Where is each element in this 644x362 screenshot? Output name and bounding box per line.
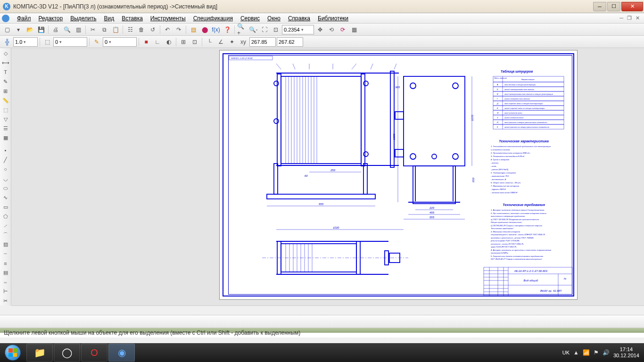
copy-button[interactable]: ⧉ [99, 25, 109, 35]
mdi-restore-button[interactable]: ❐ [626, 15, 633, 21]
polar-button[interactable]: ✦ [227, 37, 237, 47]
task-chrome[interactable]: ◯ [54, 344, 80, 362]
grid2-button[interactable]: ⊞ [178, 37, 189, 47]
menu-window[interactable]: Окно [264, 14, 284, 23]
new-doc-button[interactable]: ▢ [2, 25, 12, 35]
spline-tool[interactable]: ∿ [1, 193, 10, 202]
zoom-in-button[interactable]: 🔍+ [237, 25, 247, 35]
menu-select[interactable]: Выделить [66, 14, 100, 23]
offset-tool[interactable]: ≡ [1, 259, 10, 268]
menu-view[interactable]: Вид [100, 14, 118, 23]
tray-network-icon[interactable]: 📶 [583, 349, 590, 356]
tray-action-icon[interactable]: ⚑ [594, 349, 599, 356]
angle-button[interactable]: ∠ [215, 37, 226, 47]
select-tool[interactable]: ⬚ [1, 106, 10, 115]
start-button[interactable] [0, 343, 25, 362]
close-button[interactable]: ✕ [621, 2, 643, 11]
redo-button[interactable]: ↷ [173, 25, 184, 35]
pan-button[interactable]: ✥ [315, 25, 325, 35]
vars-button[interactable]: f(x) [211, 25, 221, 35]
snap-button[interactable]: ⬤ [199, 25, 210, 35]
menu-file[interactable]: Файл [13, 14, 35, 23]
mdi-close-button[interactable]: ✕ [634, 15, 641, 21]
menu-service[interactable]: Сервис [237, 14, 264, 23]
task-kompas[interactable]: ◉ [108, 344, 135, 362]
line-tool[interactable]: ╱ [1, 156, 10, 165]
paste-button[interactable]: 📋 [110, 25, 121, 35]
preview-button[interactable]: 🔍 [62, 25, 72, 35]
fillet-tool[interactable]: ⌒ [1, 230, 10, 239]
maximize-button[interactable]: ☐ [607, 2, 620, 11]
param-tool[interactable]: ⊞ [1, 87, 10, 96]
table-tool[interactable]: ▤ [1, 268, 10, 277]
hatch-tool[interactable]: ▨ [1, 240, 10, 249]
tray-lang[interactable]: UK [562, 350, 570, 355]
menu-tools[interactable]: Инструменты [147, 14, 190, 23]
new-dd-button[interactable]: ▾ [13, 25, 24, 35]
open-button[interactable]: 📂 [25, 25, 35, 35]
round-button[interactable]: ◐ [164, 37, 174, 47]
views-tool[interactable]: ▦ [1, 133, 10, 142]
geometry-tool[interactable]: ◇ [1, 49, 10, 58]
measure-tool[interactable]: 📏 [1, 96, 10, 105]
style-icon[interactable]: ✎ [91, 37, 102, 47]
zoom-window-button[interactable]: ⛶ [259, 25, 270, 35]
point-tool[interactable]: • [1, 146, 10, 155]
arc-tool[interactable]: ◡ [1, 174, 10, 183]
spec-button[interactable]: ▥ [73, 25, 83, 35]
zoom-prev-button[interactable]: ⟲ [326, 25, 337, 35]
undo-button[interactable]: ↶ [162, 25, 173, 35]
zoom-fit-button[interactable]: ⊡ [271, 25, 281, 35]
save-button[interactable]: 💾 [36, 25, 46, 35]
designation-tool[interactable]: T [1, 68, 10, 77]
menu-insert[interactable]: Вставка [118, 14, 147, 23]
lib-manager-button[interactable]: ▤ [188, 25, 198, 35]
delete-button[interactable]: 🗑 [136, 25, 147, 35]
aux-line-tool[interactable]: ┈ [1, 249, 10, 258]
grid-button[interactable]: ▦ [349, 25, 359, 35]
history-button[interactable]: ↺ [148, 25, 158, 35]
task-opera[interactable]: O [81, 344, 107, 362]
coord-x-input[interactable] [249, 37, 276, 47]
zoom-out-button[interactable]: 🔍- [248, 25, 258, 35]
snap2-button[interactable]: ⊡ [190, 37, 200, 47]
tray-flag-icon[interactable]: ▲ [573, 349, 579, 356]
coord-xy-button[interactable]: xy [238, 37, 248, 47]
task-explorer[interactable]: 📁 [26, 344, 53, 362]
print-button[interactable]: 🖨 [50, 25, 61, 35]
trim-tool[interactable]: ✂ [1, 296, 10, 305]
layer-icon[interactable]: ⬚ [42, 37, 52, 47]
menu-help[interactable]: Справка [284, 14, 314, 23]
horizontal-scrollbar[interactable] [11, 305, 644, 313]
extend-tool[interactable]: ⊢ [1, 287, 10, 296]
stop-button[interactable]: ■ [141, 37, 151, 47]
edit-tool[interactable]: ✎ [1, 77, 10, 86]
cut-button[interactable]: ✂ [88, 25, 98, 35]
refresh-button[interactable]: ⟳ [338, 25, 348, 35]
coord-y-input[interactable] [277, 37, 303, 47]
minimize-button[interactable]: ─ [593, 2, 606, 11]
style-combo[interactable]: 0 [103, 37, 137, 47]
line-width-combo[interactable]: 1.0 [13, 37, 38, 47]
menu-edit[interactable]: Редактор [35, 14, 67, 23]
ellipse-tool[interactable]: ⬭ [1, 184, 10, 193]
layer-combo[interactable]: 0 [53, 37, 87, 47]
lcs-button[interactable]: └ [204, 37, 215, 47]
mdi-min-button[interactable]: ─ [618, 15, 625, 21]
help-button[interactable]: ❓ [222, 25, 232, 35]
break-tool[interactable]: ⎓ [1, 278, 10, 287]
circle-tool[interactable]: ○ [1, 165, 10, 174]
report-tool[interactable]: ☰ [1, 124, 10, 133]
ortho-button[interactable]: ╬ [2, 37, 12, 47]
drawing-canvas[interactable]: 1000.00 L 1-121 (У 81-90 [11, 48, 644, 305]
polygon-tool[interactable]: ⬠ [1, 212, 10, 221]
menu-spec[interactable]: Спецификация [190, 14, 237, 23]
ortho2-button[interactable]: ∟ [152, 37, 163, 47]
tray-clock[interactable]: 17:14 30.12.2014 [613, 346, 639, 359]
rect-tool[interactable]: ▭ [1, 203, 10, 212]
dimension-tool[interactable]: ⟷ [1, 58, 10, 67]
chamfer-tool[interactable]: ⟋ [1, 222, 10, 230]
menu-lib[interactable]: Библиотеки [314, 14, 352, 23]
spec-down-tool[interactable]: ▽ [1, 115, 10, 124]
tray-sound-icon[interactable]: 🔊 [603, 349, 610, 356]
